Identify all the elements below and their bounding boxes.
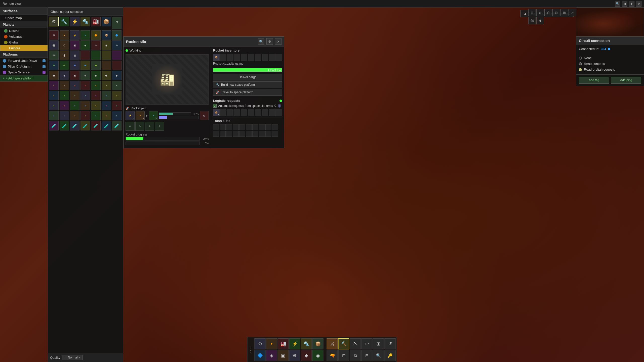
hotbar-slot-1-1[interactable]: ⚙: [255, 338, 266, 349]
circuit-option-none[interactable]: None: [579, 55, 641, 61]
gi-r4-6[interactable]: [102, 51, 111, 60]
log-slot-4[interactable]: [234, 109, 240, 116]
gi-r9-2[interactable]: ●: [60, 101, 69, 110]
planet-gleba[interactable]: Gleba: [0, 39, 48, 45]
trash-slot-1-4[interactable]: [233, 124, 239, 130]
gi-r11-2[interactable]: 🧪: [60, 121, 69, 130]
planet-vulcanus[interactable]: Vulcanus: [0, 34, 48, 39]
trash-slot-2-7[interactable]: [252, 131, 258, 137]
rocket-input-wrench[interactable]: ⚙: [200, 111, 209, 120]
trash-slot-1-6[interactable]: [246, 124, 252, 130]
trash-slot-1-2[interactable]: [220, 124, 226, 130]
auto-req-checkbox[interactable]: ✓: [213, 104, 217, 108]
inv-slot-8[interactable]: [262, 54, 268, 61]
ghost-item-2[interactable]: 🔧: [60, 17, 69, 26]
inv-slot-2[interactable]: [220, 54, 227, 61]
gi-r9-4[interactable]: ●: [80, 101, 90, 110]
hotbar-slot-2-5[interactable]: ◆: [301, 350, 312, 361]
gi-r5-6[interactable]: [102, 61, 111, 70]
trash-slot-2-8[interactable]: [259, 131, 265, 137]
toolbar-alt-btn[interactable]: ↗: [569, 9, 576, 16]
gi-r10-3[interactable]: ●: [70, 111, 79, 120]
trash-slot-2-3[interactable]: [226, 131, 232, 137]
hotbar-slot-2-4[interactable]: ⊕: [289, 350, 300, 361]
gi-r10-7[interactable]: ●: [112, 111, 122, 120]
gi-r2-6[interactable]: 📦: [102, 30, 111, 40]
gi-r6-3[interactable]: ▣: [70, 71, 79, 80]
log-slot-7[interactable]: [255, 109, 261, 116]
hotbar-slot-1-2[interactable]: 🔸: [266, 338, 277, 349]
hotbar-select-btn[interactable]: ⊞: [373, 338, 384, 349]
hotbar-rotate-btn[interactable]: ↺: [385, 338, 396, 349]
log-slot-1[interactable]: 📦 5: [213, 109, 220, 116]
gi-r5-7[interactable]: [112, 61, 122, 70]
gi-r10-2[interactable]: ●: [60, 111, 69, 120]
toolbar-paste-btn[interactable]: ⊞: [560, 9, 568, 16]
minimap[interactable]: [576, 8, 644, 40]
inv-slot-9[interactable]: [269, 54, 275, 61]
gi-r6-6[interactable]: ⬢: [102, 71, 111, 80]
gi-r8-4[interactable]: ●: [80, 91, 90, 100]
gi-r11-6[interactable]: 🧪: [102, 121, 111, 130]
gi-r4-3[interactable]: ▦: [70, 51, 79, 60]
trash-slot-1-10[interactable]: [272, 124, 278, 130]
add-tag-button[interactable]: Add tag: [579, 77, 609, 84]
trash-slot-2-1[interactable]: [213, 131, 219, 137]
circuit-option-read-orbital[interactable]: Read orbital requests: [579, 67, 641, 72]
trash-slot-1-8[interactable]: [259, 124, 265, 130]
trash-slot-2-2[interactable]: [220, 131, 226, 137]
gi-r5-2[interactable]: ●: [60, 61, 69, 70]
gi-r2-4[interactable]: 🔹: [80, 30, 90, 40]
ghost-item-1[interactable]: ⚙: [49, 17, 59, 26]
quality-select[interactable]: ○ Normal ▾: [62, 355, 83, 360]
ghost-item-5[interactable]: 🏭: [91, 17, 101, 26]
forward-button[interactable]: ▶: [629, 1, 634, 7]
gi-r8-7[interactable]: ●: [112, 91, 122, 100]
gi-r8-1[interactable]: ●: [49, 91, 59, 100]
gi-r7-7[interactable]: ●: [112, 81, 122, 90]
toolbar-delete-btn[interactable]: 🗑: [544, 9, 552, 16]
hotbar-slot-1-4[interactable]: ⚡: [289, 338, 300, 349]
gi-r5-3[interactable]: ●: [70, 61, 79, 70]
gi-r7-2[interactable]: ●: [60, 81, 69, 90]
info-icon[interactable]: i: [278, 104, 281, 108]
gi-r11-1[interactable]: 🧪: [49, 121, 59, 130]
inv-slot-7[interactable]: [255, 54, 261, 61]
gi-r3-4[interactable]: ◈: [80, 40, 90, 50]
hotbar-slot-2-6[interactable]: ◉: [312, 350, 324, 361]
deliver-cargo-btn[interactable]: Deliver cargo: [213, 74, 282, 80]
log-slot-10[interactable]: [275, 109, 282, 116]
gi-r5-4[interactable]: ●: [80, 61, 90, 70]
gi-r2-2[interactable]: 🔸: [60, 30, 69, 40]
module-slot-1[interactable]: ⊕: [126, 122, 135, 131]
hotbar-attack-btn[interactable]: ⚔: [327, 338, 338, 349]
toolbar-rotate-btn[interactable]: ↺: [536, 17, 544, 24]
space-map-item[interactable]: Space map: [0, 15, 48, 21]
gi-r9-7[interactable]: ●: [112, 101, 122, 110]
gi-r7-1[interactable]: ●: [49, 81, 59, 90]
trash-slot-1-7[interactable]: [252, 124, 258, 130]
gi-r11-7[interactable]: 🧪: [112, 121, 122, 130]
log-slot-5[interactable]: [241, 109, 247, 116]
gi-r7-3[interactable]: ●: [70, 81, 79, 90]
inv-slot-filled-1[interactable]: 📦 5: [213, 54, 220, 61]
gi-r5-1[interactable]: ●: [49, 61, 59, 70]
toolbar-copy-btn[interactable]: ⊡: [552, 9, 560, 16]
gi-r7-5[interactable]: ●: [91, 81, 101, 90]
gi-r10-4[interactable]: ●: [80, 111, 90, 120]
gi-r4-4[interactable]: [80, 51, 90, 60]
gi-r4-7[interactable]: [112, 51, 122, 60]
module-slot-2[interactable]: ⊕: [135, 122, 144, 131]
hotbar-slot-1-3[interactable]: 🏭: [278, 338, 289, 349]
gi-r2-1[interactable]: ⚙: [49, 30, 59, 40]
gi-r10-1[interactable]: ●: [49, 111, 59, 120]
gi-r8-3[interactable]: ●: [70, 91, 79, 100]
toolbar-grid-btn[interactable]: ⊞: [528, 9, 536, 16]
ghost-item-6[interactable]: 📦: [102, 17, 111, 26]
ghost-item-7[interactable]: ?: [112, 17, 122, 29]
toolbar-cursor-btn[interactable]: ⊕: [536, 9, 544, 16]
trash-slot-2-9[interactable]: [265, 131, 271, 137]
hotbar-filter-btn[interactable]: 🔍: [373, 350, 384, 361]
gi-r3-1[interactable]: 🔘: [49, 40, 59, 50]
hotbar-copy-btn[interactable]: ⧉: [350, 350, 361, 361]
